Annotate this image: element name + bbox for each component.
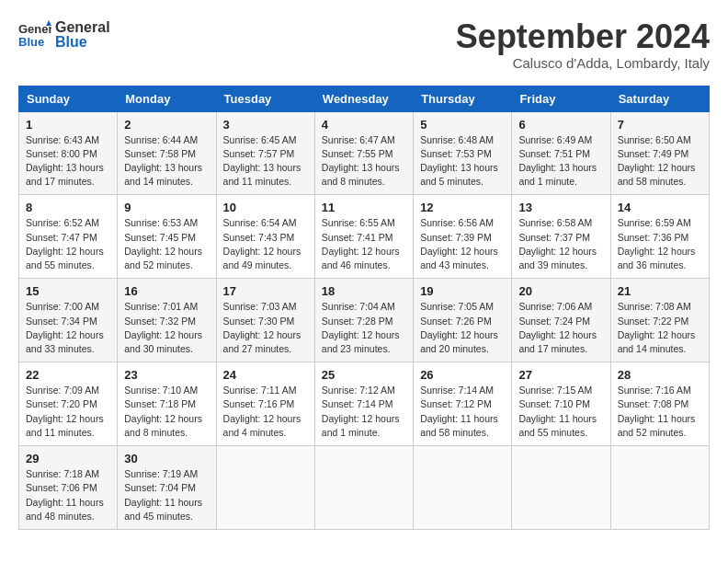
calendar-cell: 5Sunrise: 6:48 AMSunset: 7:53 PMDaylight… [414, 111, 512, 195]
calendar-cell: 12Sunrise: 6:56 AMSunset: 7:39 PMDayligh… [414, 195, 512, 279]
calendar-cell: 11Sunrise: 6:55 AMSunset: 7:41 PMDayligh… [314, 195, 413, 279]
day-info: Sunrise: 6:58 AMSunset: 7:37 PMDaylight:… [518, 216, 603, 272]
calendar-cell [216, 446, 314, 530]
weekday-header-monday: Monday [118, 86, 216, 111]
calendar-cell: 17Sunrise: 7:03 AMSunset: 7:30 PMDayligh… [216, 279, 314, 362]
day-info: Sunrise: 6:43 AMSunset: 8:00 PMDaylight:… [26, 133, 110, 190]
day-number: 17 [223, 284, 308, 298]
svg-text:General: General [18, 22, 51, 36]
day-number: 9 [124, 201, 209, 214]
calendar-cell [610, 446, 709, 530]
calendar-cell: 19Sunrise: 7:05 AMSunset: 7:26 PMDayligh… [414, 279, 512, 362]
calendar-cell [314, 446, 413, 530]
day-info: Sunrise: 6:52 AMSunset: 7:47 PMDaylight:… [26, 216, 110, 272]
location: Calusco d'Adda, Lombardy, Italy [456, 55, 710, 71]
day-number: 6 [518, 118, 603, 132]
calendar-cell: 10Sunrise: 6:54 AMSunset: 7:43 PMDayligh… [216, 195, 314, 279]
calendar-cell: 27Sunrise: 7:15 AMSunset: 7:10 PMDayligh… [512, 362, 610, 446]
day-number: 24 [223, 368, 308, 382]
day-info: Sunrise: 6:56 AMSunset: 7:39 PMDaylight:… [420, 216, 505, 272]
day-info: Sunrise: 6:47 AMSunset: 7:55 PMDaylight:… [322, 133, 406, 190]
day-number: 15 [26, 284, 110, 298]
logo-icon: General Blue [18, 18, 51, 52]
logo-blue: Blue [55, 34, 110, 51]
svg-text:Blue: Blue [18, 35, 44, 49]
calendar-cell: 20Sunrise: 7:06 AMSunset: 7:24 PMDayligh… [512, 279, 610, 362]
calendar-cell [414, 446, 512, 530]
day-info: Sunrise: 6:53 AMSunset: 7:45 PMDaylight:… [124, 216, 209, 272]
weekday-header-friday: Friday [512, 86, 610, 111]
calendar-week-3: 15Sunrise: 7:00 AMSunset: 7:34 PMDayligh… [19, 279, 710, 362]
day-info: Sunrise: 7:05 AMSunset: 7:26 PMDaylight:… [420, 300, 505, 356]
day-number: 20 [518, 284, 603, 298]
day-number: 14 [618, 201, 702, 214]
day-number: 2 [124, 118, 209, 132]
logo: General Blue General Blue [18, 18, 110, 52]
day-info: Sunrise: 6:49 AMSunset: 7:51 PMDaylight:… [518, 133, 603, 190]
day-info: Sunrise: 6:50 AMSunset: 7:49 PMDaylight:… [618, 133, 702, 190]
day-info: Sunrise: 7:06 AMSunset: 7:24 PMDaylight:… [518, 300, 603, 356]
weekday-header-tuesday: Tuesday [216, 86, 314, 111]
day-info: Sunrise: 7:11 AMSunset: 7:16 PMDaylight:… [223, 384, 308, 440]
day-number: 27 [518, 368, 603, 382]
day-number: 19 [420, 284, 505, 298]
calendar-cell: 2Sunrise: 6:44 AMSunset: 7:58 PMDaylight… [118, 111, 216, 195]
calendar-cell: 13Sunrise: 6:58 AMSunset: 7:37 PMDayligh… [512, 195, 610, 279]
day-number: 1 [26, 118, 110, 132]
calendar-cell: 24Sunrise: 7:11 AMSunset: 7:16 PMDayligh… [216, 362, 314, 446]
calendar-body: 1Sunrise: 6:43 AMSunset: 8:00 PMDaylight… [19, 111, 710, 529]
calendar-week-4: 22Sunrise: 7:09 AMSunset: 7:20 PMDayligh… [19, 362, 710, 446]
calendar-cell: 3Sunrise: 6:45 AMSunset: 7:57 PMDaylight… [216, 111, 314, 195]
calendar-cell: 16Sunrise: 7:01 AMSunset: 7:32 PMDayligh… [118, 279, 216, 362]
day-number: 22 [26, 368, 110, 382]
weekday-header-row: SundayMondayTuesdayWednesdayThursdayFrid… [19, 86, 710, 111]
day-number: 23 [124, 368, 209, 382]
day-number: 10 [223, 201, 308, 214]
day-number: 13 [518, 201, 603, 214]
calendar-cell: 6Sunrise: 6:49 AMSunset: 7:51 PMDaylight… [512, 111, 610, 195]
calendar-cell: 14Sunrise: 6:59 AMSunset: 7:36 PMDayligh… [610, 195, 709, 279]
day-number: 7 [618, 118, 702, 132]
day-number: 18 [322, 284, 406, 298]
calendar-header: SundayMondayTuesdayWednesdayThursdayFrid… [19, 86, 710, 111]
weekday-header-wednesday: Wednesday [314, 86, 413, 111]
calendar-table: SundayMondayTuesdayWednesdayThursdayFrid… [18, 86, 710, 530]
calendar-cell: 25Sunrise: 7:12 AMSunset: 7:14 PMDayligh… [314, 362, 413, 446]
page-header: General Blue General Blue September 2024… [18, 18, 710, 71]
calendar-cell [512, 446, 610, 530]
day-info: Sunrise: 6:55 AMSunset: 7:41 PMDaylight:… [322, 216, 406, 272]
day-info: Sunrise: 7:08 AMSunset: 7:22 PMDaylight:… [618, 300, 702, 356]
day-info: Sunrise: 6:44 AMSunset: 7:58 PMDaylight:… [124, 133, 209, 190]
day-info: Sunrise: 6:54 AMSunset: 7:43 PMDaylight:… [223, 216, 308, 272]
day-number: 8 [26, 201, 110, 214]
calendar-cell: 26Sunrise: 7:14 AMSunset: 7:12 PMDayligh… [414, 362, 512, 446]
day-number: 11 [322, 201, 406, 214]
day-number: 21 [618, 284, 702, 298]
day-info: Sunrise: 7:18 AMSunset: 7:06 PMDaylight:… [26, 467, 110, 523]
day-info: Sunrise: 6:59 AMSunset: 7:36 PMDaylight:… [618, 216, 702, 272]
day-number: 4 [322, 118, 406, 132]
day-number: 30 [124, 452, 209, 465]
calendar-cell: 22Sunrise: 7:09 AMSunset: 7:20 PMDayligh… [19, 362, 118, 446]
day-info: Sunrise: 7:10 AMSunset: 7:18 PMDaylight:… [124, 384, 209, 440]
calendar-week-2: 8Sunrise: 6:52 AMSunset: 7:47 PMDaylight… [19, 195, 710, 279]
day-number: 29 [26, 452, 110, 465]
day-number: 25 [322, 368, 406, 382]
day-number: 26 [420, 368, 505, 382]
day-info: Sunrise: 7:00 AMSunset: 7:34 PMDaylight:… [26, 300, 110, 356]
title-block: September 2024 Calusco d'Adda, Lombardy,… [456, 18, 710, 71]
calendar-cell: 9Sunrise: 6:53 AMSunset: 7:45 PMDaylight… [118, 195, 216, 279]
day-number: 16 [124, 284, 209, 298]
calendar-cell: 7Sunrise: 6:50 AMSunset: 7:49 PMDaylight… [610, 111, 709, 195]
day-info: Sunrise: 7:03 AMSunset: 7:30 PMDaylight:… [223, 300, 308, 356]
calendar-week-1: 1Sunrise: 6:43 AMSunset: 8:00 PMDaylight… [19, 111, 710, 195]
day-info: Sunrise: 7:19 AMSunset: 7:04 PMDaylight:… [124, 467, 209, 523]
day-info: Sunrise: 6:45 AMSunset: 7:57 PMDaylight:… [223, 133, 308, 190]
day-number: 28 [618, 368, 702, 382]
day-number: 12 [420, 201, 505, 214]
calendar-cell: 4Sunrise: 6:47 AMSunset: 7:55 PMDaylight… [314, 111, 413, 195]
month-title: September 2024 [456, 18, 710, 55]
day-info: Sunrise: 7:15 AMSunset: 7:10 PMDaylight:… [518, 384, 603, 440]
calendar-cell: 8Sunrise: 6:52 AMSunset: 7:47 PMDaylight… [19, 195, 118, 279]
day-info: Sunrise: 7:01 AMSunset: 7:32 PMDaylight:… [124, 300, 209, 356]
